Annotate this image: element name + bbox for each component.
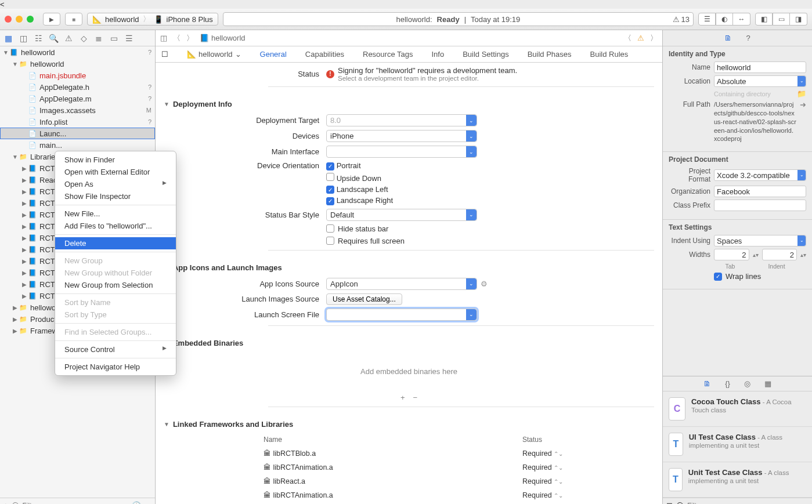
orientation-checkbox[interactable] (326, 173, 334, 181)
debug-navigator-icon[interactable]: ≣ (94, 34, 103, 43)
wrap-lines-checkbox[interactable]: ✓ (714, 273, 722, 281)
tab-general[interactable]: General (260, 50, 287, 59)
version-editor-button[interactable]: ↔ (733, 13, 750, 26)
next-issue-icon[interactable]: 〉 (650, 33, 658, 43)
orientation-checkbox[interactable]: ✓ (326, 186, 334, 194)
scheme-selector[interactable]: 📐 helloworld 〉 📱 iPhone 8 Plus (87, 13, 218, 26)
gear-icon[interactable]: ⚙ (481, 280, 488, 288)
tab-build-phases[interactable]: Build Phases (528, 50, 572, 59)
test-navigator-icon[interactable]: ◇ (79, 34, 88, 43)
find-navigator-icon[interactable]: 🔍 (49, 34, 58, 43)
tab-build-rules[interactable]: Build Rules (590, 50, 629, 59)
hide-status-bar-checkbox[interactable] (326, 224, 334, 233)
app-icons-source-combobox[interactable]: AppIcon⌄ (326, 278, 477, 290)
jump-bar-crumbs[interactable]: 📘 helloworld (200, 34, 246, 42)
context-menu-item[interactable]: Project Navigator Help (55, 361, 176, 373)
symbol-navigator-icon[interactable]: ☷ (34, 34, 43, 43)
project-format-select[interactable]: Xcode 3.2-compatible⌄ (714, 169, 806, 181)
report-navigator-icon[interactable]: ☰ (124, 34, 133, 43)
toggle-inspector-button[interactable]: ◨ (790, 13, 807, 26)
tab-resource-tags[interactable]: Resource Tags (363, 50, 413, 59)
tab-capabilities[interactable]: Capabilities (305, 50, 344, 59)
run-button[interactable] (43, 13, 60, 26)
context-menu-item[interactable]: Open with External Editor (55, 166, 176, 178)
zoom-window[interactable] (27, 16, 34, 23)
indent-width-field[interactable]: 2 (762, 249, 797, 260)
related-items-icon[interactable]: ◫ (160, 34, 167, 42)
help-inspector-icon[interactable]: ? (746, 34, 750, 42)
orientation-checkbox[interactable]: ✓ (326, 162, 334, 171)
nav-forward-icon[interactable]: 〉 (186, 33, 194, 43)
framework-status[interactable]: Required ⌃⌄ (522, 461, 586, 474)
file-inspector-icon[interactable]: 🗎 (724, 34, 732, 42)
context-menu-item[interactable]: Show File Inspector (55, 190, 176, 202)
scm-filter-icon[interactable]: ▭ (145, 501, 151, 504)
orientation-checkbox[interactable]: ✓ (326, 197, 334, 205)
breakpoint-navigator-icon[interactable]: ▭ (109, 34, 118, 43)
tree-row[interactable]: ▼helloworld? (0, 46, 155, 58)
table-row[interactable]: libReact.aRequired ⌃⌄ (264, 475, 586, 488)
tree-row[interactable]: Images.xcassetsM (0, 104, 155, 116)
devices-combobox[interactable]: iPhone⌄ (326, 130, 477, 142)
prev-issue-icon[interactable]: 〈 (624, 33, 631, 43)
tab-build-settings[interactable]: Build Settings (463, 50, 509, 59)
icons-section-header[interactable]: ▼ App Icons and Launch Images (164, 263, 654, 272)
tree-row[interactable]: AppDelegate.h? (0, 81, 155, 93)
use-asset-catalog-button[interactable]: Use Asset Catalog... (326, 293, 402, 305)
requires-fullscreen-checkbox[interactable] (326, 237, 334, 245)
media-icon[interactable]: ▦ (764, 379, 771, 388)
framework-status[interactable]: Required ⌃⌄ (522, 475, 586, 488)
tree-row[interactable]: main... (0, 139, 155, 151)
context-menu-item[interactable]: Source Control (55, 343, 176, 356)
table-row[interactable]: libRCTAnimation.aRequired ⌃⌄ (264, 461, 586, 474)
deployment-target-combobox[interactable]: 8.0⌄ (326, 114, 477, 126)
name-field[interactable]: helloworld (714, 61, 806, 73)
remove-embedded-button[interactable]: − (413, 393, 418, 402)
objects-icon[interactable]: ◎ (744, 379, 750, 388)
issue-icon[interactable]: ⚠ (637, 34, 644, 42)
deployment-section-header[interactable]: ▼ Deployment Info (164, 100, 654, 108)
stop-button[interactable] (65, 13, 82, 26)
context-menu-item[interactable]: Add Files to "helloworld"... (55, 220, 176, 232)
context-menu-item[interactable]: Show in Finder (55, 154, 176, 166)
context-menu-item[interactable]: New File... (55, 208, 176, 220)
indent-width-stepper[interactable]: ▴▾ (800, 252, 806, 258)
target-selector[interactable]: 📐 helloworld ⌄ (187, 50, 241, 59)
project-navigator-icon[interactable]: ▦ (3, 34, 13, 43)
framework-status[interactable]: Required ⌃⌄ (522, 489, 586, 502)
tab-width-stepper[interactable]: ▴▾ (753, 252, 759, 258)
linked-section-header[interactable]: ▼ Linked Frameworks and Libraries (164, 420, 654, 429)
location-select[interactable]: Absolute⌄ (714, 75, 806, 87)
minimize-window[interactable] (16, 16, 23, 23)
tree-row[interactable]: main.jsbundle (0, 70, 155, 81)
tree-row[interactable]: Info.plist? (0, 116, 155, 128)
embedded-section-header[interactable]: ▼ Embedded Binaries (164, 339, 654, 347)
library-item[interactable]: CCocoa Touch Class - A Cocoa Touch class (663, 391, 812, 427)
tab-width-field[interactable]: 2 (714, 249, 749, 260)
table-row[interactable]: libRCTBlob.aRequired ⌃⌄ (264, 447, 586, 460)
issue-navigator-icon[interactable]: ⚠ (64, 34, 73, 43)
folder-icon[interactable]: 📁 (797, 89, 806, 98)
add-embedded-button[interactable]: + (400, 393, 405, 402)
context-menu-item[interactable]: New Group from Selection (55, 279, 176, 291)
library-filter-input[interactable] (687, 502, 809, 505)
reveal-arrow-icon[interactable]: ➜ (800, 100, 806, 109)
recent-filter-icon[interactable]: 🕘 (132, 501, 141, 504)
tree-row[interactable]: Launc... (0, 128, 155, 139)
library-grid-icon[interactable]: ⊞ (666, 501, 673, 504)
organization-field[interactable]: Facebook (714, 186, 806, 197)
table-row[interactable]: libRCTAnimation.aRequired ⌃⌄ (264, 489, 586, 502)
launch-screen-combobox[interactable]: ⌄ (326, 309, 477, 321)
context-menu-item[interactable]: Delete (55, 237, 176, 249)
library-item[interactable]: TUI Test Case Class - A class implementi… (663, 427, 812, 462)
close-window[interactable] (5, 16, 12, 23)
code-snippets-icon[interactable]: {} (725, 379, 730, 388)
source-control-navigator-icon[interactable]: ◫ (19, 34, 28, 43)
tab-info[interactable]: Info (431, 50, 444, 59)
indent-using-select[interactable]: Spaces⌄ (714, 235, 806, 246)
class-prefix-field[interactable] (714, 200, 806, 211)
context-menu-item[interactable]: Open As (55, 178, 176, 190)
library-item[interactable]: TUnit Test Case Class - A class implemen… (663, 462, 812, 498)
toggle-navigator-button[interactable]: ◧ (755, 13, 773, 26)
tree-row[interactable]: AppDelegate.m? (0, 93, 155, 104)
